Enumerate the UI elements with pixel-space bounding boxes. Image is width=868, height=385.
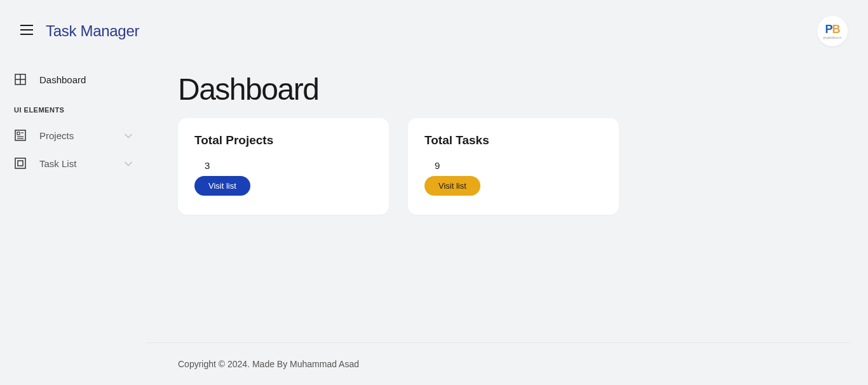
card-title: Total Tasks xyxy=(424,133,602,147)
sidebar-item-label: Dashboard xyxy=(39,74,86,85)
menu-icon[interactable] xyxy=(20,25,33,37)
page-title: Dashboard xyxy=(178,72,836,107)
grid-icon xyxy=(14,73,27,86)
card-value: 3 xyxy=(205,160,372,171)
sidebar-item-label: Task List xyxy=(39,158,76,169)
sidebar-section-label: UI ELEMENTS xyxy=(8,93,139,121)
footer: Copyright © 2024. Made By Muhammad Asad xyxy=(146,342,849,385)
svg-rect-7 xyxy=(17,132,20,135)
footer-text: Copyright © 2024. Made By Muhammad Asad xyxy=(178,359,359,369)
sidebar: Dashboard UI ELEMENTS Projects xyxy=(0,65,146,215)
task-list-icon xyxy=(14,157,27,170)
card-title: Total Projects xyxy=(194,133,372,147)
card-total-tasks: Total Tasks 9 Visit list xyxy=(408,118,619,215)
header: Task Manager PB projectbca.in xyxy=(0,0,868,65)
main-content: Dashboard Total Projects 3 Visit list To… xyxy=(146,65,868,215)
card-total-projects: Total Projects 3 Visit list xyxy=(178,118,389,215)
container: Dashboard UI ELEMENTS Projects xyxy=(0,65,868,215)
svg-rect-11 xyxy=(15,158,25,168)
cards-row: Total Projects 3 Visit list Total Tasks … xyxy=(178,118,836,215)
visit-list-button[interactable]: Visit list xyxy=(424,176,480,196)
sidebar-item-label: Projects xyxy=(39,130,74,141)
sidebar-item-left: Projects xyxy=(14,129,74,142)
sidebar-item-left: Task List xyxy=(14,157,76,170)
chevron-down-icon xyxy=(125,130,132,141)
avatar-subtext: projectbca.in xyxy=(824,36,841,39)
sidebar-item-task-list[interactable]: Task List xyxy=(8,149,139,177)
avatar[interactable]: PB projectbca.in xyxy=(817,16,848,46)
sidebar-item-dashboard[interactable]: Dashboard xyxy=(8,65,139,93)
app-title[interactable]: Task Manager xyxy=(46,22,139,40)
card-value: 9 xyxy=(435,160,602,171)
chevron-down-icon xyxy=(125,158,132,169)
header-left: Task Manager xyxy=(20,22,139,40)
visit-list-button[interactable]: Visit list xyxy=(194,176,250,196)
avatar-text: PB xyxy=(825,24,839,35)
svg-rect-6 xyxy=(15,130,25,140)
sidebar-item-projects[interactable]: Projects xyxy=(8,121,139,149)
svg-rect-12 xyxy=(18,161,23,166)
projects-icon xyxy=(14,129,27,142)
